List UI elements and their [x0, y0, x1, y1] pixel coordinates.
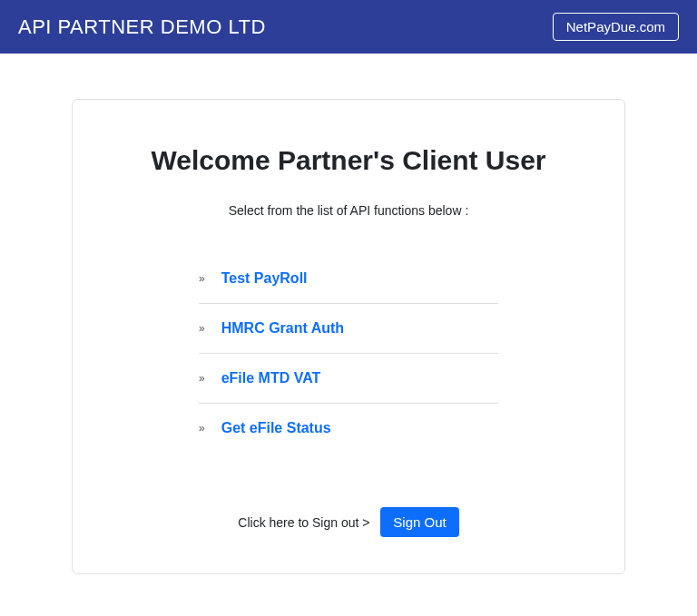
function-menu: » Test PayRoll » HMRC Grant Auth » eFile…	[199, 254, 498, 453]
main-card: Welcome Partner's Client User Select fro…	[72, 99, 625, 574]
menu-link[interactable]: HMRC Grant Auth	[221, 320, 344, 337]
page-title: Welcome Partner's Client User	[118, 145, 579, 176]
navbar: API PARTNER DEMO LTD NetPayDue.com	[0, 0, 697, 54]
chevron-right-icon: »	[199, 322, 205, 335]
menu-item-test-payroll[interactable]: » Test PayRoll	[199, 254, 498, 304]
menu-item-get-efile-status[interactable]: » Get eFile Status	[199, 404, 498, 453]
site-link-button[interactable]: NetPayDue.com	[553, 13, 679, 41]
signout-prompt: Click here to Sign out >	[238, 515, 369, 530]
menu-item-efile-mtd-vat[interactable]: » eFile MTD VAT	[199, 354, 498, 404]
signout-row: Click here to Sign out > Sign Out	[118, 507, 579, 537]
menu-item-hmrc-grant-auth[interactable]: » HMRC Grant Auth	[199, 304, 498, 354]
chevron-right-icon: »	[199, 422, 205, 435]
menu-link[interactable]: eFile MTD VAT	[221, 370, 321, 386]
menu-link[interactable]: Get eFile Status	[221, 420, 331, 436]
page-subtitle: Select from the list of API functions be…	[118, 203, 579, 218]
menu-link[interactable]: Test PayRoll	[221, 270, 308, 287]
chevron-right-icon: »	[199, 372, 205, 385]
chevron-right-icon: »	[199, 272, 205, 285]
navbar-title: API PARTNER DEMO LTD	[18, 15, 266, 39]
signout-button[interactable]: Sign Out	[380, 507, 458, 537]
